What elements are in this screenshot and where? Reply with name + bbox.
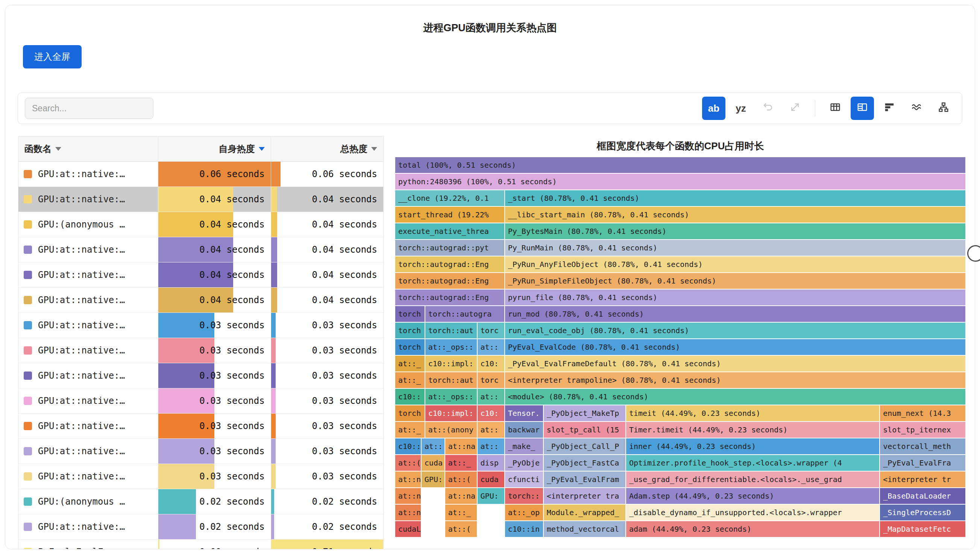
flame-cell[interactable]: _PyObje xyxy=(505,455,544,471)
flame-cell[interactable]: _use_grad_for_differentiable.<locals>._u… xyxy=(626,472,880,487)
flame-cell[interactable]: __libc_start_main (80.78%, 0.41 seconds) xyxy=(505,207,966,223)
fullscreen-button[interactable]: 进入全屏 xyxy=(23,45,82,69)
table-row[interactable]: GPU:at::native:…0.03 seconds0.03 seconds xyxy=(18,313,383,338)
flame-cell[interactable]: _PyEval_EvalFrameDefault (80.78%, 0.41 s… xyxy=(505,356,966,372)
flame-cell[interactable]: at::(anony xyxy=(425,422,477,438)
flame-cell[interactable]: at::_ xyxy=(445,455,477,471)
table-row[interactable]: GPU:at::native:…0.02 seconds0.02 seconds xyxy=(18,514,383,540)
flame-cell[interactable]: start_thread (19.22% xyxy=(395,207,505,223)
flame-cell[interactable]: at:: xyxy=(477,339,505,355)
flame-cell[interactable]: at::na xyxy=(445,488,477,504)
sandwich-view-button[interactable] xyxy=(905,97,928,120)
table-row[interactable]: GPU:at::native:…0.03 seconds0.03 seconds xyxy=(18,388,383,414)
flame-cell[interactable]: _PyEval_EvalFram xyxy=(544,472,626,487)
flame-cell[interactable]: Tensor. xyxy=(505,405,544,421)
flame-cell[interactable]: run_mod (80.78%, 0.41 seconds) xyxy=(505,306,966,322)
flame-cell[interactable]: GPU: xyxy=(477,488,505,504)
column-header-self-heat[interactable]: 自身热度 xyxy=(158,136,270,161)
flame-cell[interactable]: <interpreter tr xyxy=(880,472,966,487)
flame-cell[interactable]: _start (80.78%, 0.41 seconds) xyxy=(505,190,966,206)
flame-cell[interactable]: at::_ops:: xyxy=(425,339,477,355)
table-row[interactable]: GPU:at::native:…0.04 seconds0.04 seconds xyxy=(18,187,383,212)
flame-cell[interactable]: c10:: xyxy=(395,389,425,404)
flame-cell[interactable]: torch::aut xyxy=(425,322,477,338)
table-row[interactable]: GPU:at::native:…0.04 seconds0.04 seconds xyxy=(18,263,383,288)
flame-cell[interactable]: _MapDatasetFetc xyxy=(880,521,966,537)
flame-cell[interactable]: at::( xyxy=(445,521,477,537)
flame-cell[interactable]: _SingleProcessD xyxy=(880,505,966,520)
flame-cell[interactable]: slot_tp_iternex xyxy=(880,422,966,438)
table-row[interactable]: GPU:at::native:…0.03 seconds0.03 seconds xyxy=(18,439,383,464)
flame-cell[interactable]: PyEval_EvalCode (80.78%, 0.41 seconds) xyxy=(505,339,966,355)
flame-cell[interactable]: at:: xyxy=(477,422,505,438)
flame-cell[interactable]: at:: xyxy=(477,389,505,404)
flame-cell[interactable]: c10::impl: xyxy=(425,405,477,421)
flame-cell[interactable]: at::na xyxy=(395,505,421,520)
flame-cell[interactable]: c10: xyxy=(477,405,505,421)
column-header-total-heat[interactable]: 总热度 xyxy=(271,136,383,161)
flame-cell[interactable]: _PyRun_AnyFileObject (80.78%, 0.41 secon… xyxy=(505,257,966,272)
flame-cell[interactable]: cfuncti xyxy=(505,472,544,487)
table-row[interactable]: GPU:at::native:…0.04 seconds0.04 seconds xyxy=(18,237,383,263)
flame-cell[interactable]: __clone (19.22%, 0.1 xyxy=(395,190,505,206)
table-row[interactable]: GPU:(anonymous …0.02 seconds0.02 seconds xyxy=(18,489,383,514)
flame-cell[interactable]: _PyObject_FastCa xyxy=(544,455,626,471)
flame-cell[interactable]: at::_ xyxy=(395,356,425,372)
table-row[interactable]: PyEval_EvalFra…0.00 seconds0.71 seconds xyxy=(18,540,383,549)
flame-cell[interactable]: Optimizer.profile_hook_step.<locals>.wra… xyxy=(626,455,880,471)
table-row[interactable]: GPU:at::native:…0.03 seconds0.03 seconds xyxy=(18,338,383,363)
flame-cell[interactable]: torch xyxy=(395,339,425,355)
flame-cell[interactable]: pyrun_file (80.78%, 0.41 seconds) xyxy=(505,290,966,305)
flame-cell[interactable]: torch::autograd::pyt xyxy=(395,240,505,256)
flame-cell[interactable]: cuda xyxy=(477,472,505,487)
flame-cell[interactable]: torch xyxy=(395,306,425,322)
undo-button[interactable] xyxy=(756,97,780,120)
flame-cell[interactable]: torch::autograd::Eng xyxy=(395,273,505,289)
flame-cell[interactable]: torc xyxy=(477,372,505,388)
flame-cell[interactable]: cuda xyxy=(421,455,445,471)
flame-cell[interactable]: GPU: xyxy=(421,472,445,487)
flame-cell[interactable]: backwar xyxy=(505,422,544,438)
flame-cell[interactable]: inner (44.49%, 0.23 seconds) xyxy=(626,438,880,454)
zoom-fit-button[interactable] xyxy=(783,97,807,120)
flame-cell[interactable]: Adam.step (44.49%, 0.23 seconds) xyxy=(626,488,880,504)
flame-cell[interactable]: vectorcall_meth xyxy=(880,438,966,454)
flame-cell[interactable]: torch xyxy=(395,322,425,338)
search-mode-yz-button[interactable]: yz xyxy=(729,97,752,120)
flame-cell[interactable]: torc xyxy=(477,322,505,338)
flame-cell[interactable]: method_vectorcal xyxy=(544,521,626,537)
flame-cell[interactable]: Timer.timeit (44.49%, 0.23 seconds) xyxy=(626,422,880,438)
flame-cell[interactable]: execute_native_threa xyxy=(395,223,505,239)
search-mode-ab-button[interactable]: ab xyxy=(702,97,725,120)
flame-cell[interactable]: _disable_dynamo_if_unsupported.<locals>.… xyxy=(626,505,880,520)
flame-cell[interactable]: at::_ops:: xyxy=(425,389,477,404)
flame-cell[interactable]: torch xyxy=(395,405,425,421)
table-row[interactable]: GPU:at::native:…0.03 seconds0.03 seconds xyxy=(18,363,383,388)
table-row[interactable]: GPU:(anonymous …0.04 seconds0.04 seconds xyxy=(18,212,383,237)
flame-cell[interactable]: Module._wrapped_ xyxy=(544,505,626,520)
flame-cell[interactable]: torch::aut xyxy=(425,372,477,388)
flame-cell[interactable]: c10::in xyxy=(505,521,544,537)
flame-cell[interactable]: _BaseDataLoader xyxy=(880,488,966,504)
table-row[interactable]: GPU:at::native:…0.03 seconds0.03 seconds xyxy=(18,414,383,439)
table-row[interactable]: GPU:at::native:…0.04 seconds0.04 seconds xyxy=(18,288,383,313)
call-graph-view-button[interactable] xyxy=(932,97,955,120)
flame-cell[interactable]: at:: xyxy=(421,438,445,454)
flame-cell[interactable]: at::_ xyxy=(395,372,425,388)
flame-cell[interactable]: at:: xyxy=(477,438,505,454)
flame-cell[interactable]: at::na xyxy=(445,438,477,454)
flame-cell[interactable]: _PyRun_SimpleFileObject (80.78%, 0.41 se… xyxy=(505,273,966,289)
table-view-button[interactable] xyxy=(824,97,847,120)
flame-cell[interactable]: timeit (44.49%, 0.23 seconds) xyxy=(626,405,880,421)
flame-cell[interactable]: at::_op xyxy=(505,505,544,520)
flame-cell[interactable]: slot_tp_call (15 xyxy=(544,422,626,438)
flame-cell[interactable]: run_eval_code_obj (80.78%, 0.41 seconds) xyxy=(505,322,966,338)
flame-cell[interactable]: at::na xyxy=(395,472,421,487)
flame-chart-view-button[interactable] xyxy=(878,97,901,120)
flame-cell[interactable]: disp xyxy=(477,455,505,471)
flame-cell[interactable]: c10:: xyxy=(395,438,421,454)
table-row[interactable]: GPU:at::native:…0.03 seconds0.03 seconds xyxy=(18,464,383,489)
flame-cell[interactable]: torch::autogra xyxy=(425,306,505,322)
flame-cell[interactable]: enum_next (14.3 xyxy=(880,405,966,421)
flame-cell[interactable]: _PyObject_MakeTp xyxy=(544,405,626,421)
